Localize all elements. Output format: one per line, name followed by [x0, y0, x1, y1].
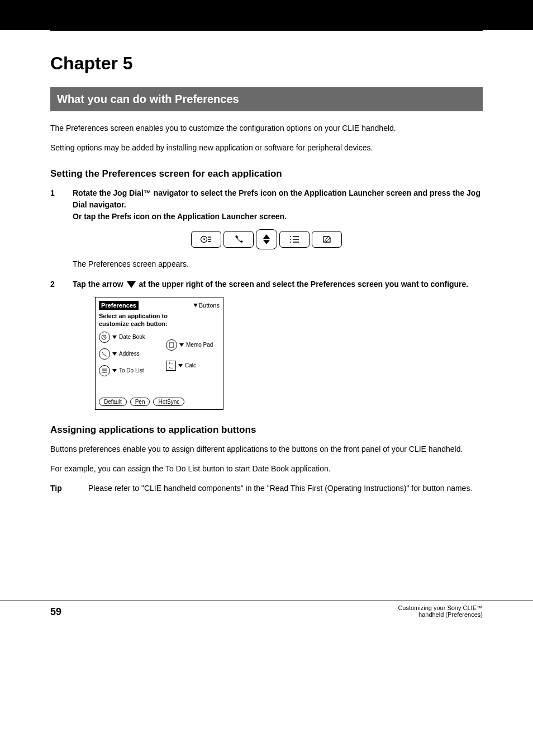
- nav-down-icon: [263, 240, 270, 244]
- scr-menu-arrow-icon: [193, 304, 198, 307]
- page-footer: 59 Customizing your Sony CLIE™ handheld …: [0, 601, 533, 618]
- step-2: 2 Tap the arrow at the upper right of th…: [50, 278, 483, 290]
- step-1-text-main: Rotate the Jog Dial™ navigator to select…: [73, 188, 480, 209]
- footer-line1: Customizing your Sony CLIE™: [398, 604, 483, 611]
- hw-note-button: [312, 231, 342, 248]
- chevron-down-icon: [112, 336, 117, 339]
- subhead-assigning: Assigning applications to application bu…: [50, 424, 483, 436]
- header-black-bar: [0, 0, 533, 30]
- address-icon: [99, 348, 110, 360]
- datebook-icon: [99, 332, 110, 343]
- page-number: 59: [50, 606, 61, 618]
- list-icon: [289, 235, 300, 243]
- scr-default-button: Default: [99, 398, 127, 406]
- scr-datebook-label: Date Book: [119, 334, 145, 340]
- svg-rect-2: [169, 343, 174, 347]
- scr-memopad-row: Memo Pad: [166, 339, 213, 351]
- scr-title: Preferences: [99, 301, 139, 310]
- section-banner: What you can do with Preferences: [50, 87, 483, 111]
- note-icon: [322, 235, 332, 244]
- hw-clock-button: [191, 231, 221, 248]
- chevron-down-icon: [179, 343, 184, 347]
- scr-subtitle-2: customize each button:: [99, 320, 220, 328]
- scr-calc-row: +−×= Calc: [166, 361, 213, 371]
- step-2-text-b: at the upper right of the screen and sel…: [137, 280, 469, 289]
- subhead-setting-prefs: Setting the Preferences screen for each …: [50, 168, 483, 179]
- scr-address-label: Address: [119, 351, 140, 357]
- tip-label: Tip: [50, 483, 88, 494]
- page-content: Chapter 5 What you can do with Preferenc…: [0, 31, 533, 494]
- step-2-number: 2: [50, 278, 73, 290]
- footer-line2: handheld (Preferences): [418, 611, 483, 618]
- tip-block: Tip Please refer to "CLIE handheld compo…: [50, 483, 483, 494]
- scr-menu-label: Buttons: [199, 302, 220, 309]
- tip-text: Please refer to "CLIE handheld component…: [88, 483, 472, 494]
- hardware-buttons-figure: [50, 229, 483, 249]
- scr-hotsync-button: HotSync: [153, 398, 184, 406]
- body2-p2: For example, you can assign the To Do Li…: [50, 463, 483, 475]
- step-1-number: 1: [50, 187, 73, 223]
- scr-memopad-label: Memo Pad: [186, 342, 213, 348]
- screenshot-figure-wrap: Preferences Buttons Select an applicatio…: [50, 297, 483, 410]
- chevron-down-icon: [112, 352, 117, 356]
- hw-center-nav: [256, 229, 277, 249]
- preferences-screenshot: Preferences Buttons Select an applicatio…: [95, 297, 223, 410]
- body2-p1: Buttons preferences enable you to assign…: [50, 443, 483, 455]
- step-2-text-a: Tap the arrow: [73, 280, 126, 289]
- scr-calc-label: Calc: [185, 362, 196, 368]
- step-1: 1 Rotate the Jog Dial™ navigator to sele…: [50, 187, 483, 223]
- intro-paragraph-2: Setting options may be added by installi…: [50, 142, 483, 154]
- calc-icon: +−×=: [166, 361, 176, 371]
- chevron-down-icon: [112, 369, 117, 372]
- phone-icon: [234, 235, 244, 244]
- todo-icon: [99, 365, 110, 376]
- scr-subtitle-1: Select an application to: [99, 312, 220, 320]
- chevron-down-icon: [178, 364, 183, 367]
- step-1-result: The Preferences screen appears.: [50, 259, 483, 268]
- hw-phone-button: [223, 231, 254, 248]
- clock-icon: [200, 235, 212, 244]
- scr-pen-button: Pen: [130, 398, 150, 406]
- hw-list-button: [279, 231, 310, 248]
- chapter-title: Chapter 5: [50, 53, 483, 74]
- dropdown-arrow-icon: [127, 281, 136, 288]
- scr-todo-label: To Do List: [119, 367, 144, 374]
- nav-up-icon: [263, 234, 270, 239]
- scr-menu: Buttons: [193, 302, 220, 309]
- step-1-text-or: Or tap the Prefs icon on the Application…: [73, 212, 287, 221]
- memopad-icon: [166, 339, 177, 351]
- intro-paragraph-1: The Preferences screen enables you to cu…: [50, 122, 483, 134]
